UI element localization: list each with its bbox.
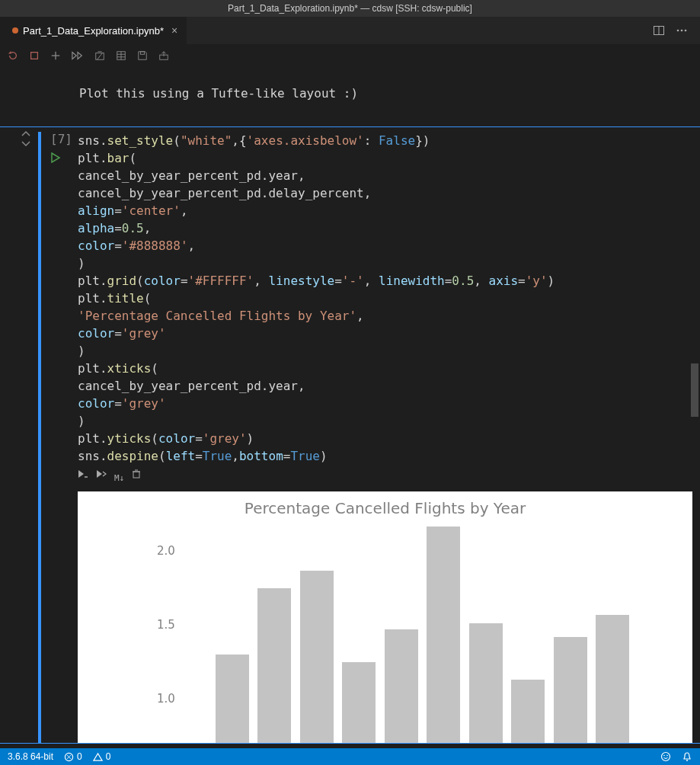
tab-active[interactable]: Part_1_Data_Exploration.ipynb* ×	[0, 17, 187, 44]
markdown-cell-text: Plot this using a Tufte-like layout :)	[79, 86, 358, 101]
notebook-file-icon	[12, 27, 18, 34]
export-icon[interactable]	[158, 50, 169, 61]
chart-plot-area	[196, 522, 677, 743]
more-actions-icon[interactable]	[676, 24, 688, 37]
run-next-icon[interactable]	[96, 469, 107, 487]
run-all-icon[interactable]	[72, 50, 84, 61]
chart-ytick-label: 1.5	[157, 618, 175, 632]
svg-point-26	[663, 755, 665, 757]
chart-bar	[469, 623, 503, 743]
window-title: Part_1_Data_Exploration.ipynb* — cdsw [S…	[228, 3, 472, 14]
clear-outputs-icon[interactable]	[94, 50, 105, 61]
svg-point-3	[681, 30, 683, 32]
cell-gutter-bar	[38, 132, 41, 491]
notebook-toolbar	[0, 45, 700, 66]
chart-ytick-label: 2.0	[157, 544, 175, 558]
window-title-bar: Part_1_Data_Exploration.ipynb* — cdsw [S…	[0, 0, 700, 17]
svg-point-25	[662, 753, 670, 761]
chart-bar	[216, 655, 249, 743]
run-cell-icon[interactable]	[50, 152, 61, 163]
split-editor-icon[interactable]	[653, 24, 665, 37]
svg-point-4	[685, 30, 687, 32]
change-to-markdown-label[interactable]: M↓	[114, 469, 124, 487]
chart-bar	[300, 571, 334, 743]
chart-bar	[342, 662, 376, 743]
svg-line-10	[97, 53, 103, 60]
code-editor[interactable]: sns.set_style("white",{'axes.axisbelow':…	[78, 132, 700, 491]
svg-rect-15	[140, 52, 144, 55]
status-bar: 3.6.8 64-bit 0 0	[0, 748, 700, 765]
chart-ytick-label: 1.0	[157, 692, 175, 706]
collapse-down-icon[interactable]	[21, 139, 30, 147]
chart-bar	[554, 637, 587, 743]
save-icon[interactable]	[137, 50, 148, 61]
code-cell-container: [7] sns.set_style("white",{'axes.axisbel…	[0, 126, 700, 744]
stop-kernel-icon[interactable]	[29, 50, 40, 61]
scrollbar-track[interactable]	[689, 66, 700, 748]
status-python-version[interactable]: 3.6.8 64-bit	[8, 751, 53, 762]
status-warnings[interactable]: 0	[93, 751, 111, 762]
cell-output-toolbar: M↓	[78, 465, 700, 491]
add-cell-icon[interactable]	[50, 50, 61, 61]
chart-bar	[511, 680, 545, 743]
run-by-line-icon[interactable]	[78, 469, 88, 487]
output-gutter-bar	[38, 491, 41, 743]
output-chart: Percentage Cancelled Flights by Year 1.0…	[78, 491, 692, 743]
tab-label: Part_1_Data_Exploration.ipynb*	[23, 25, 164, 37]
close-icon[interactable]: ×	[171, 24, 177, 37]
scrollbar-thumb[interactable]	[691, 363, 698, 417]
status-errors[interactable]: 0	[64, 751, 82, 762]
feedback-icon[interactable]	[660, 751, 671, 762]
notifications-icon[interactable]	[682, 751, 692, 762]
variables-icon[interactable]	[116, 50, 126, 61]
chart-bar	[257, 588, 291, 743]
notebook-content: Plot this using a Tufte-like layout :) […	[0, 66, 700, 748]
chart-bar	[385, 629, 418, 743]
markdown-cell[interactable]: Plot this using a Tufte-like layout :)	[0, 66, 700, 101]
chart-bar	[427, 527, 460, 743]
svg-point-2	[677, 30, 679, 32]
collapse-up-icon[interactable]	[21, 130, 30, 138]
svg-rect-19	[133, 472, 139, 478]
execution-count: [7]	[50, 132, 72, 146]
restart-kernel-icon[interactable]	[8, 50, 18, 61]
cell-output: Percentage Cancelled Flights by Year 1.0…	[38, 491, 700, 743]
svg-point-27	[666, 755, 668, 757]
svg-rect-5	[31, 53, 38, 59]
chart-title: Percentage Cancelled Flights by Year	[78, 491, 692, 517]
tab-bar: Part_1_Data_Exploration.ipynb* ×	[0, 17, 700, 45]
delete-cell-icon[interactable]	[132, 469, 141, 487]
chart-bar	[596, 615, 629, 743]
